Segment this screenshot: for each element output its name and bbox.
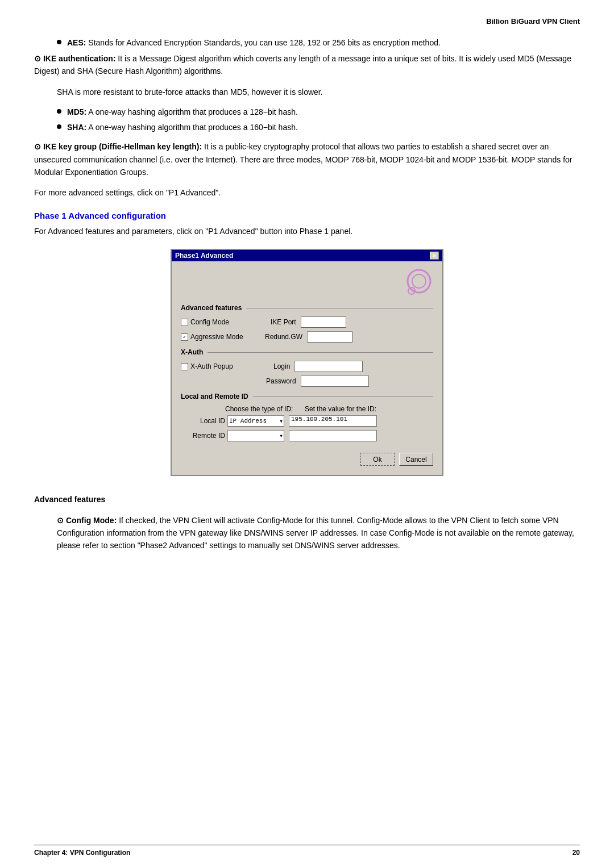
logo-area (181, 267, 433, 298)
aes-bullet-item: AES: Stands for Advanced Encryption Stan… (57, 37, 580, 49)
page-container: Billion BiGuard VPN Client AES: Stands f… (0, 0, 614, 868)
md5-bold: MD5: (67, 107, 86, 116)
login-label: Login (273, 362, 290, 370)
ike-port-label: IKE Port (271, 318, 296, 326)
aggressive-mode-checkbox[interactable] (181, 333, 188, 341)
aggressive-mode-label: Aggressive Mode (190, 333, 243, 341)
dialog-footer: Ok Cancel (181, 453, 433, 466)
config-mode-bold: ⊙ Config Mode: (57, 516, 117, 525)
sha-bold: SHA: (67, 123, 86, 132)
id-header-row: Choose the type of ID: Set the value for… (225, 405, 433, 413)
password-label: Password (266, 377, 296, 385)
ike-port-input[interactable] (301, 316, 346, 328)
ike-key-paragraph: ⊙ IKE key group (Diffie-Hellman key leng… (34, 140, 580, 178)
aggressive-mode-row: Aggressive Mode Redund.GW (181, 331, 433, 343)
set-value-header: Set the value for the ID: (305, 405, 376, 413)
sha-bullet-item: SHA: A one-way hashing algorithm that pr… (57, 122, 580, 133)
page-footer: Chapter 4: VPN Configuration 20 (34, 845, 580, 857)
bullet-dot-sha (57, 124, 61, 129)
x-auth-popup-checkbox[interactable] (181, 363, 188, 370)
titlebar-buttons: × (430, 252, 439, 260)
advanced-features-title: Advanced features (34, 495, 105, 504)
local-id-row: Local ID IP Address ▼ 195.100.205.101 (181, 415, 433, 427)
remote-id-label: Remote ID (181, 432, 225, 440)
local-id-value-input[interactable]: 195.100.205.101 (289, 415, 377, 427)
sha-note: SHA is more resistant to brute-force att… (57, 86, 580, 98)
dialog-titlebar: Phase1 Advanced × (172, 250, 442, 261)
close-button[interactable]: × (430, 252, 439, 260)
dropdown-arrow: ▼ (280, 419, 283, 424)
aggressive-mode-checkbox-group[interactable]: Aggressive Mode (181, 333, 243, 341)
md5-bullet-text: MD5: A one-way hashing algorithm that pr… (67, 106, 298, 118)
remote-id-type-select[interactable]: ▼ (227, 430, 284, 441)
password-row: Password (181, 375, 433, 387)
aes-text: Stands for Advanced Encryption Standards… (86, 38, 440, 47)
x-auth-divider: X-Auth (181, 348, 433, 356)
dialog-title: Phase1 Advanced (175, 252, 233, 260)
phase1-advanced-dialog: Phase1 Advanced × (171, 249, 443, 476)
advanced-features-divider: Advanced features (181, 304, 433, 312)
footer-page: 20 (572, 849, 580, 857)
config-mode-label: Config Mode (190, 318, 229, 326)
bullet-dot (57, 109, 61, 114)
x-auth-label: X-Auth (181, 348, 203, 356)
sha-text: A one-way hashing algorithm that produce… (86, 123, 298, 132)
sha-note-text: SHA is more resistant to brute-force att… (57, 87, 323, 97)
config-mode-paragraph: ⊙ Config Mode: If checked, the VPN Clien… (57, 514, 580, 552)
page-header: Billion BiGuard VPN Client (34, 17, 580, 26)
cancel-button-label: Cancel (405, 456, 426, 464)
advanced-note-text: For more advanced settings, click on "P1… (34, 188, 221, 197)
dialog-wrapper: Phase1 Advanced × (34, 249, 580, 476)
ok-button[interactable]: Ok (360, 453, 395, 466)
local-id-type-value: IP Address (229, 418, 267, 424)
redund-gw-input[interactable] (307, 331, 352, 343)
hash-bullets: MD5: A one-way hashing algorithm that pr… (34, 106, 580, 133)
md5-text: A one-way hashing algorithm that produce… (86, 107, 298, 116)
advanced-features-label: Advanced features (181, 304, 242, 312)
advanced-features-heading: Advanced features (34, 493, 580, 506)
footer-chapter: Chapter 4: VPN Configuration (34, 849, 130, 857)
remote-id-value-input[interactable] (289, 430, 377, 441)
password-input[interactable] (301, 375, 369, 387)
phase1-heading: Phase 1 Advanced configuration (34, 211, 580, 220)
sha-bullet-text: SHA: A one-way hashing algorithm that pr… (67, 122, 298, 133)
phase1-desc-text: For Advanced features and parameters, cl… (34, 227, 352, 236)
phase1-desc: For Advanced features and parameters, cl… (34, 225, 580, 237)
config-mode-row: Config Mode IKE Port (181, 316, 433, 328)
config-mode-checkbox-group[interactable]: Config Mode (181, 318, 243, 326)
aes-bold: AES: (67, 38, 86, 47)
redund-gw-label: Redund.GW (265, 333, 302, 341)
local-remote-divider: Local and Remote ID (181, 393, 433, 400)
bullet-dot (57, 40, 61, 44)
x-auth-popup-checkbox-group[interactable]: X-Auth Popup (181, 362, 243, 370)
ike-key-bold: ⊙ IKE key group (Diffie-Hellman key leng… (34, 142, 202, 151)
advanced-note: For more advanced settings, click on "P1… (34, 186, 580, 199)
dialog-body: Advanced features Config Mode IKE Port A (172, 261, 442, 475)
md5-bullet-item: MD5: A one-way hashing algorithm that pr… (57, 106, 580, 118)
local-id-label: Local ID (181, 417, 225, 425)
x-auth-popup-row: X-Auth Popup Login (181, 361, 433, 372)
local-remote-label: Local and Remote ID (181, 393, 248, 400)
dropdown-arrow-remote: ▼ (280, 433, 283, 439)
ike-auth-paragraph: ⊙ IKE authentication: It is a Message Di… (34, 52, 580, 78)
phase1-heading-text: Phase 1 Advanced configuration (34, 211, 166, 220)
ike-auth-bold: ⊙ IKE authentication: (34, 54, 115, 63)
vpn-logo (399, 267, 433, 298)
svg-point-0 (408, 270, 430, 293)
config-mode-text: If checked, the VPN Client will activate… (57, 516, 574, 550)
local-id-type-select[interactable]: IP Address ▼ (227, 415, 284, 427)
cancel-button[interactable]: Cancel (399, 453, 433, 466)
svg-point-1 (412, 274, 426, 288)
local-id-value: 195.100.205.101 (291, 416, 347, 423)
choose-type-header: Choose the type of ID: (225, 405, 299, 413)
config-mode-checkbox[interactable] (181, 319, 188, 326)
remote-id-row: Remote ID ▼ (181, 430, 433, 441)
ok-button-label: Ok (373, 456, 381, 464)
aes-bullet-text: AES: Stands for Advanced Encryption Stan… (67, 37, 441, 49)
local-remote-section: Choose the type of ID: Set the value for… (181, 405, 433, 441)
login-input[interactable] (294, 361, 363, 372)
x-auth-popup-label: X-Auth Popup (190, 362, 233, 370)
header-title: Billion BiGuard VPN Client (486, 17, 580, 26)
